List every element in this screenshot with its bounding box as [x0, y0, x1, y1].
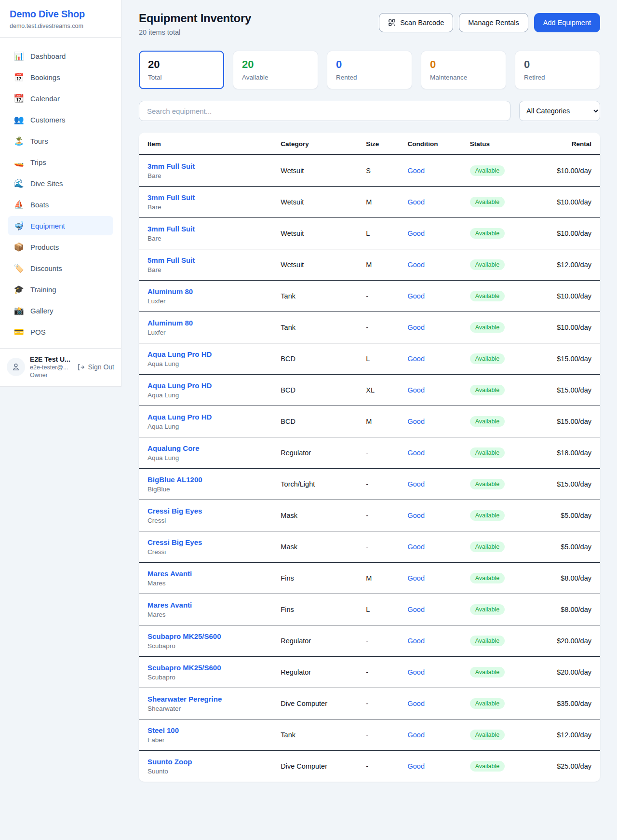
status-badge: Available — [470, 385, 505, 395]
item-name-link[interactable]: 3mm Full Suit — [148, 193, 195, 202]
sidebar-item-products[interactable]: 📦 Products — [8, 237, 113, 257]
item-condition-link[interactable]: Good — [407, 167, 424, 175]
table-row[interactable]: Aqua Lung Pro HD Aqua Lung BCD XL Good A… — [139, 375, 600, 406]
item-condition-link[interactable]: Good — [407, 198, 424, 206]
item-condition-link[interactable]: Good — [407, 668, 424, 676]
item-condition-link[interactable]: Good — [407, 418, 424, 425]
sidebar-item-equipment[interactable]: 🤿 Equipment — [8, 216, 113, 235]
item-rental: $12.00/day — [542, 719, 600, 751]
item-condition-link[interactable]: Good — [407, 762, 424, 770]
item-name-link[interactable]: 3mm Full Suit — [148, 162, 195, 170]
sidebar-item-trips[interactable]: 🚤 Trips — [8, 152, 113, 172]
sidebar-item-discounts[interactable]: 🏷️ Discounts — [8, 258, 113, 278]
sidebar-item-dive-sites[interactable]: 🌊 Dive Sites — [8, 174, 113, 193]
sidebar-item-training[interactable]: 🎓 Training — [8, 280, 113, 299]
item-condition-link[interactable]: Good — [407, 700, 424, 707]
nav-icon: 👥 — [13, 116, 24, 124]
manage-rentals-button[interactable]: Manage Rentals — [459, 13, 528, 32]
table-row[interactable]: Suunto Zoop Suunto Dive Computer - Good … — [139, 751, 600, 782]
item-name-link[interactable]: Aqualung Core — [148, 444, 200, 452]
item-rental: $5.00/day — [542, 531, 600, 563]
table-row[interactable]: Scubapro MK25/S600 Scubapro Regulator - … — [139, 625, 600, 657]
table-row[interactable]: 5mm Full Suit Bare Wetsuit M Good Availa… — [139, 249, 600, 281]
item-condition-link[interactable]: Good — [407, 261, 424, 269]
item-name-link[interactable]: Steel 100 — [148, 726, 179, 734]
table-row[interactable]: Aqua Lung Pro HD Aqua Lung BCD M Good Av… — [139, 406, 600, 437]
item-name-link[interactable]: Aluminum 80 — [148, 287, 193, 296]
item-condition-link[interactable]: Good — [407, 324, 424, 331]
item-brand: Suunto — [148, 768, 269, 775]
item-name-link[interactable]: Cressi Big Eyes — [148, 538, 202, 546]
stat-card-rented[interactable]: 0 Rented — [327, 51, 412, 89]
sidebar-nav: 📊 Dashboard 📅 Bookings 📆 Calendar 👥 Cust… — [0, 38, 121, 348]
table-row[interactable]: BigBlue AL1200 BigBlue Torch/Light - Goo… — [139, 469, 600, 500]
table-row[interactable]: 3mm Full Suit Bare Wetsuit L Good Availa… — [139, 218, 600, 249]
item-name-link[interactable]: Aluminum 80 — [148, 319, 193, 327]
sidebar-item-bookings[interactable]: 📅 Bookings — [8, 68, 113, 87]
add-equipment-button[interactable]: Add Equipment — [534, 13, 600, 32]
item-name-link[interactable]: Suunto Zoop — [148, 758, 192, 766]
table-row[interactable]: Aqua Lung Pro HD Aqua Lung BCD L Good Av… — [139, 343, 600, 375]
item-rental: $35.00/day — [542, 688, 600, 719]
table-row[interactable]: Mares Avanti Mares Fins L Good Available… — [139, 594, 600, 625]
search-input[interactable] — [139, 101, 510, 121]
scan-barcode-button[interactable]: Scan Barcode — [379, 13, 453, 32]
item-name-link[interactable]: Aqua Lung Pro HD — [148, 350, 212, 358]
item-condition-link[interactable]: Good — [407, 386, 424, 394]
sign-out-button[interactable]: Sign Out — [77, 363, 114, 371]
item-name-link[interactable]: Scubapro MK25/S600 — [148, 632, 221, 640]
item-name-link[interactable]: Shearwater Peregrine — [148, 695, 222, 703]
table-row[interactable]: Aluminum 80 Luxfer Tank - Good Available… — [139, 281, 600, 312]
item-name-link[interactable]: 5mm Full Suit — [148, 256, 195, 264]
item-condition-link[interactable]: Good — [407, 637, 424, 645]
stat-card-available[interactable]: 20 Available — [233, 51, 318, 89]
table-row[interactable]: Scubapro MK25/S600 Scubapro Regulator - … — [139, 657, 600, 688]
table-row[interactable]: Mares Avanti Mares Fins M Good Available… — [139, 563, 600, 594]
table-row[interactable]: 3mm Full Suit Bare Wetsuit M Good Availa… — [139, 187, 600, 218]
items-count: 20 items total — [139, 28, 251, 36]
sidebar-item-dashboard[interactable]: 📊 Dashboard — [8, 46, 113, 66]
item-condition-link[interactable]: Good — [407, 512, 424, 519]
sidebar-item-pos[interactable]: 💳 POS — [8, 322, 113, 341]
item-condition-link[interactable]: Good — [407, 543, 424, 551]
stat-card-maintenance[interactable]: 0 Maintenance — [421, 51, 506, 89]
item-name-link[interactable]: Mares Avanti — [148, 569, 192, 578]
item-name-link[interactable]: Cressi Big Eyes — [148, 507, 202, 515]
table-row[interactable]: Cressi Big Eyes Cressi Mask - Good Avail… — [139, 531, 600, 563]
item-size: - — [360, 751, 402, 782]
item-condition-link[interactable]: Good — [407, 292, 424, 300]
table-row[interactable]: Aluminum 80 Luxfer Tank - Good Available… — [139, 312, 600, 343]
stat-card-total[interactable]: 20 Total — [139, 51, 224, 89]
stat-value: 0 — [336, 58, 403, 71]
stat-card-retired[interactable]: 0 Retired — [515, 51, 600, 89]
item-size: - — [360, 688, 402, 719]
table-row[interactable]: Shearwater Peregrine Shearwater Dive Com… — [139, 688, 600, 719]
item-name-link[interactable]: Aqua Lung Pro HD — [148, 413, 212, 421]
item-rental: $15.00/day — [542, 343, 600, 375]
table-row[interactable]: Cressi Big Eyes Cressi Mask - Good Avail… — [139, 500, 600, 531]
item-condition-link[interactable]: Good — [407, 230, 424, 237]
sidebar-item-calendar[interactable]: 📆 Calendar — [8, 89, 113, 108]
table-row[interactable]: 3mm Full Suit Bare Wetsuit S Good Availa… — [139, 155, 600, 187]
table-row[interactable]: Aqualung Core Aqua Lung Regulator - Good… — [139, 437, 600, 469]
item-name-link[interactable]: Mares Avanti — [148, 601, 192, 609]
sidebar-item-boats[interactable]: ⛵ Boats — [8, 195, 113, 214]
item-condition-link[interactable]: Good — [407, 731, 424, 739]
sidebar-item-customers[interactable]: 👥 Customers — [8, 110, 113, 129]
item-condition-link[interactable]: Good — [407, 574, 424, 582]
item-size: M — [360, 406, 402, 437]
item-name-link[interactable]: Aqua Lung Pro HD — [148, 381, 212, 390]
item-category: BCD — [275, 343, 360, 375]
item-condition-link[interactable]: Good — [407, 606, 424, 613]
item-name-link[interactable]: 3mm Full Suit — [148, 225, 195, 233]
category-select[interactable]: All Categories — [519, 101, 600, 121]
sidebar-item-tours[interactable]: 🏝️ Tours — [8, 131, 113, 150]
table-row[interactable]: Steel 100 Faber Tank - Good Available $1… — [139, 719, 600, 751]
item-condition-link[interactable]: Good — [407, 449, 424, 457]
item-condition-link[interactable]: Good — [407, 480, 424, 488]
item-name-link[interactable]: BigBlue AL1200 — [148, 475, 202, 484]
item-condition-link[interactable]: Good — [407, 355, 424, 363]
stat-label: Maintenance — [430, 74, 497, 81]
sidebar-item-gallery[interactable]: 📸 Gallery — [8, 301, 113, 320]
item-name-link[interactable]: Scubapro MK25/S600 — [148, 664, 221, 672]
